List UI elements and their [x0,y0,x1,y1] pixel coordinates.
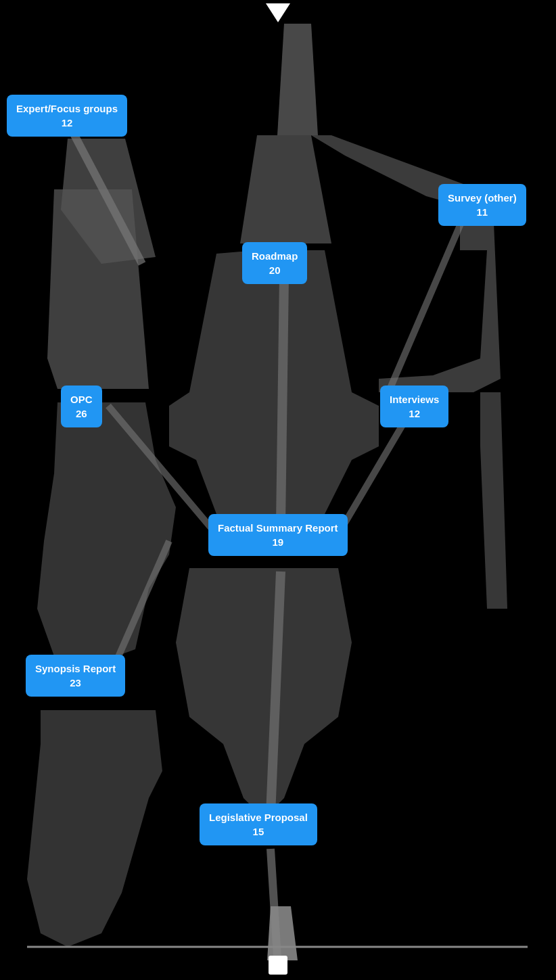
svg-marker-10 [27,710,162,947]
node-opc[interactable]: OPC26 [61,386,102,427]
svg-marker-2 [240,135,331,243]
node-synopsis-report[interactable]: Synopsis Report23 [26,655,125,697]
svg-marker-4 [47,189,149,389]
svg-marker-0 [277,24,318,135]
node-legislative-proposal[interactable]: Legislative Proposal15 [200,803,317,845]
node-survey-other[interactable]: Survey (other)11 [438,184,526,226]
svg-marker-8 [37,402,176,663]
node-interviews[interactable]: Interviews12 [380,386,448,427]
svg-marker-7 [480,392,507,609]
diagram-container: Expert/Focus groups12Roadmap20Survey (ot… [0,0,556,980]
node-factual-summary[interactable]: Factual Summary Report19 [208,514,348,556]
svg-marker-9 [176,568,352,812]
bottom-stop-icon [269,956,287,975]
node-expert-focus[interactable]: Expert/Focus groups12 [7,95,127,137]
svg-marker-5 [169,250,379,514]
node-roadmap[interactable]: Roadmap20 [242,242,307,284]
top-arrow-icon [266,3,290,22]
svg-line-18 [281,277,284,524]
